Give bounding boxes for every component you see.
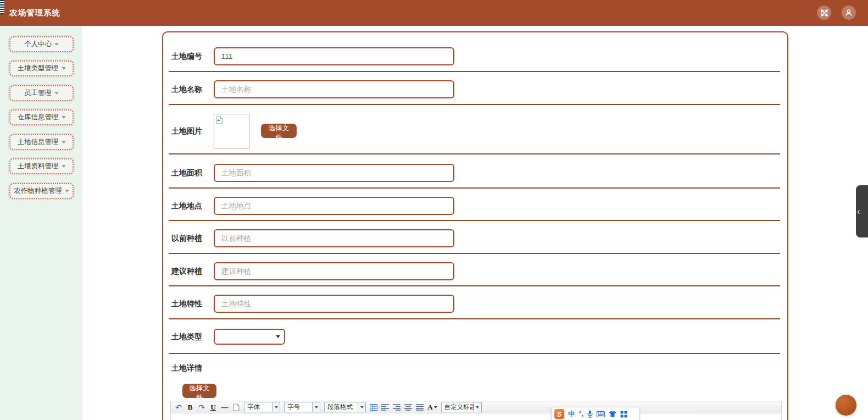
form-row-land-area: 土地面积 <box>171 164 454 182</box>
sidebar-item-label: 土壤资料管理 <box>18 162 59 171</box>
fullscreen-icon <box>821 9 828 16</box>
form-row-land-number: 土地编号 <box>171 47 454 65</box>
microphone-icon[interactable] <box>587 410 593 418</box>
sidebar-item-employee-management[interactable]: 员工管理 <box>8 84 75 102</box>
sidebar-item-warehouse-info-management[interactable]: 仓库信息管理 <box>8 108 75 126</box>
insert-table-icon[interactable] <box>370 402 377 412</box>
form-row-land-name: 土地名称 <box>171 80 454 98</box>
user-menu-button[interactable] <box>842 5 856 20</box>
font-color-button[interactable]: A <box>427 402 437 412</box>
bold-icon[interactable]: B <box>186 402 194 412</box>
chevron-down-icon <box>54 92 59 95</box>
form-row-suggested-planting: 建议种植 <box>171 262 454 280</box>
field-label: 土地编号 <box>171 52 214 62</box>
align-right-icon[interactable] <box>393 402 400 412</box>
form-row-previous-planting: 以前种植 <box>171 229 454 247</box>
font-size-dropdown[interactable]: 字号 <box>284 402 320 412</box>
justify-icon[interactable] <box>416 402 424 412</box>
sogou-logo-icon[interactable]: S <box>554 409 564 419</box>
chevron-down-icon <box>62 67 66 70</box>
app-header: 农场管理系统 <box>0 0 868 26</box>
row-divider <box>169 253 780 254</box>
sidebar-item-label: 土地信息管理 <box>18 137 59 147</box>
row-divider <box>169 318 780 319</box>
row-divider <box>169 104 780 105</box>
chevron-down-icon <box>312 402 320 412</box>
sidebar-item-label: 仓库信息管理 <box>18 113 59 122</box>
row-divider <box>169 220 780 221</box>
sidebar-item-soil-type-management[interactable]: 土壤类型管理 <box>8 59 75 78</box>
land-type-select[interactable] <box>214 329 285 345</box>
sidebar-item-personal-center[interactable]: 个人中心 <box>8 35 75 53</box>
rich-text-editor-content[interactable] <box>170 413 782 420</box>
choose-file-button-image[interactable]: 选择文件 <box>261 124 297 138</box>
sidebar-item-label: 员工管理 <box>24 89 52 98</box>
undo-icon[interactable]: ↶ <box>175 402 182 412</box>
font-family-dropdown[interactable]: 字体 <box>244 402 280 412</box>
sidebar-item-soil-data-management[interactable]: 土壤资料管理 <box>8 157 75 175</box>
align-left-icon[interactable] <box>381 402 389 412</box>
form-row-land-type: 土地类型 <box>171 329 285 345</box>
underline-icon[interactable]: U <box>209 402 217 412</box>
ime-language-toggle[interactable]: 中 <box>568 411 575 418</box>
land-area-input[interactable] <box>214 164 454 182</box>
row-divider <box>169 353 780 354</box>
user-icon <box>845 9 853 16</box>
floating-action-button[interactable] <box>836 395 856 416</box>
land-number-input[interactable] <box>214 47 454 65</box>
custom-title-dropdown[interactable]: 自定义标题 <box>441 402 482 412</box>
chevron-down-icon <box>54 43 59 46</box>
ime-punctuation-toggle[interactable]: °, <box>579 411 583 418</box>
broken-image-icon <box>216 116 223 126</box>
horizontal-rule-icon[interactable]: — <box>221 402 229 412</box>
chevron-down-icon <box>62 165 66 168</box>
land-location-input[interactable] <box>214 197 454 215</box>
redo-icon[interactable]: ↷ <box>198 402 205 412</box>
sidebar-item-crop-planting-management[interactable]: 农作物种植管理 <box>8 182 75 200</box>
land-characteristics-input[interactable] <box>214 295 454 313</box>
row-divider <box>169 187 780 189</box>
form-row-land-image: 土地图片 <box>171 114 249 148</box>
row-divider <box>169 153 780 154</box>
land-name-input[interactable] <box>214 80 454 98</box>
paragraph-format-dropdown[interactable]: 段落格式 <box>324 402 366 412</box>
align-center-icon[interactable] <box>404 402 412 412</box>
chevron-down-icon <box>358 402 365 412</box>
custom-title-dropdown-label: 自定义标题 <box>442 402 474 412</box>
ime-status-bar: S 中 °, <box>551 407 640 420</box>
field-label: 以前种植 <box>171 234 214 244</box>
sidebar-item-label: 个人中心 <box>24 40 52 49</box>
window-edge-artifact <box>0 0 4 14</box>
field-label: 土地特性 <box>171 299 214 309</box>
chevron-down-icon <box>434 406 437 408</box>
app-title: 农场管理系统 <box>9 0 60 26</box>
chevron-down-icon <box>474 402 481 412</box>
row-divider <box>169 285 780 286</box>
form-row-land-characteristics: 土地特性 <box>171 295 454 313</box>
skin-icon[interactable] <box>609 411 616 417</box>
chevron-left-icon: ‹ <box>857 207 860 216</box>
field-label: 土地类型 <box>171 332 214 342</box>
font-family-dropdown-label: 字体 <box>244 402 272 412</box>
fullscreen-button[interactable] <box>817 5 831 20</box>
field-label: 土地详情 <box>171 363 214 373</box>
chevron-down-icon <box>62 141 66 143</box>
app-window: 农场管理系统 个人中心 <box>0 0 868 420</box>
form-row-land-details: 土地详情 <box>171 364 214 373</box>
land-image-preview <box>214 114 249 148</box>
row-divider <box>169 71 780 72</box>
new-page-icon[interactable] <box>232 402 240 412</box>
toolbox-icon[interactable] <box>620 411 627 418</box>
field-label: 土地名称 <box>171 85 214 95</box>
sidebar-item-land-info-management[interactable]: 土地信息管理 <box>8 133 75 151</box>
previous-planting-input[interactable] <box>214 229 454 247</box>
choose-file-button-details[interactable]: 选择文件 <box>182 384 216 398</box>
field-label: 建议种植 <box>171 267 214 277</box>
field-label: 土地面积 <box>171 168 214 178</box>
virtual-keyboard-icon[interactable] <box>597 411 605 417</box>
chevron-down-icon <box>272 402 280 412</box>
paragraph-format-dropdown-label: 段落格式 <box>325 402 358 412</box>
chevron-down-icon <box>65 190 69 192</box>
suggested-planting-input[interactable] <box>214 262 454 280</box>
panel-collapse-handle[interactable]: ‹ <box>856 185 868 237</box>
